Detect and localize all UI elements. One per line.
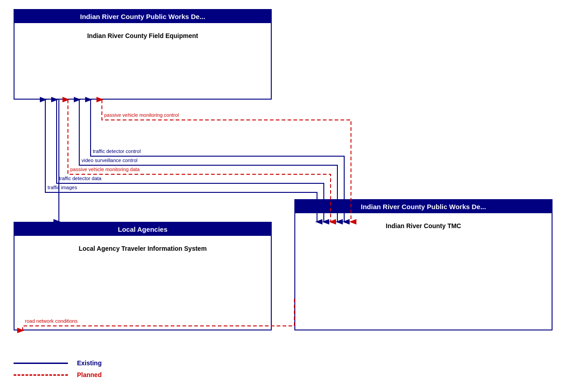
svg-text:traffic images: traffic images xyxy=(48,185,77,190)
svg-text:passive vehicle monitoring con: passive vehicle monitoring control xyxy=(104,112,179,118)
field-equipment-header: Indian River County Public Works De... xyxy=(14,10,271,23)
legend-planned: Planned xyxy=(14,371,101,378)
svg-text:traffic detector control: traffic detector control xyxy=(93,148,141,154)
legend-planned-label: Planned xyxy=(77,371,101,378)
local-agencies-body: Local Agency Traveler Information System xyxy=(14,236,271,261)
diagram-container: Indian River County Public Works De... I… xyxy=(0,0,567,392)
tmc-body: Indian River County TMC xyxy=(295,213,552,239)
svg-text:passive vehicle monitoring dat: passive vehicle monitoring data xyxy=(70,167,140,172)
local-agencies-header: Local Agencies xyxy=(14,223,271,236)
tmc-header: Indian River County Public Works De... xyxy=(295,200,552,213)
field-equipment-box: Indian River County Public Works De... I… xyxy=(14,9,272,100)
legend-existing: Existing xyxy=(14,359,101,367)
legend-solid-line xyxy=(14,363,68,364)
legend: Existing Planned xyxy=(14,359,101,378)
svg-text:traffic detector data: traffic detector data xyxy=(59,176,102,181)
local-agencies-box: Local Agencies Local Agency Traveler Inf… xyxy=(14,222,272,330)
svg-text:video surveillance control: video surveillance control xyxy=(82,158,138,163)
legend-existing-label: Existing xyxy=(77,359,101,367)
field-equipment-body: Indian River County Field Equipment xyxy=(14,23,271,48)
legend-dashed-line xyxy=(14,374,68,376)
tmc-box: Indian River County Public Works De... I… xyxy=(294,199,553,330)
